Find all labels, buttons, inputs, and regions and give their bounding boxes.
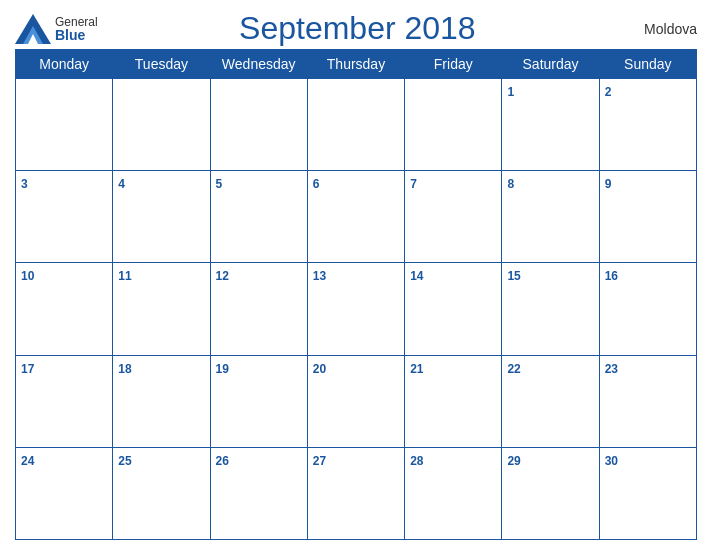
calendar-week-row: 12 [16, 79, 697, 171]
day-number: 5 [216, 177, 223, 191]
calendar-day-4: 4 [113, 171, 210, 263]
logo-general-label: General [55, 16, 98, 28]
calendar-day-24: 24 [16, 447, 113, 539]
calendar-day-17: 17 [16, 355, 113, 447]
calendar-empty-cell [113, 79, 210, 171]
calendar-day-18: 18 [113, 355, 210, 447]
logo-blue-label: Blue [55, 28, 98, 42]
day-number: 25 [118, 454, 131, 468]
day-number: 4 [118, 177, 125, 191]
calendar-day-7: 7 [405, 171, 502, 263]
day-number: 8 [507, 177, 514, 191]
day-number: 16 [605, 269, 618, 283]
calendar-day-3: 3 [16, 171, 113, 263]
calendar-day-12: 12 [210, 263, 307, 355]
calendar-week-row: 17181920212223 [16, 355, 697, 447]
calendar-day-19: 19 [210, 355, 307, 447]
weekday-header-tuesday: Tuesday [113, 50, 210, 79]
day-number: 6 [313, 177, 320, 191]
calendar-day-1: 1 [502, 79, 599, 171]
day-number: 21 [410, 362, 423, 376]
calendar-day-8: 8 [502, 171, 599, 263]
day-number: 12 [216, 269, 229, 283]
generalblue-icon [15, 14, 51, 44]
day-number: 28 [410, 454, 423, 468]
calendar-day-16: 16 [599, 263, 696, 355]
day-number: 17 [21, 362, 34, 376]
calendar-day-25: 25 [113, 447, 210, 539]
day-number: 3 [21, 177, 28, 191]
calendar-day-20: 20 [307, 355, 404, 447]
calendar-empty-cell [16, 79, 113, 171]
day-number: 15 [507, 269, 520, 283]
calendar-day-26: 26 [210, 447, 307, 539]
logo: General Blue [15, 14, 98, 44]
calendar-table: MondayTuesdayWednesdayThursdayFridaySatu… [15, 49, 697, 540]
day-number: 26 [216, 454, 229, 468]
calendar-week-row: 24252627282930 [16, 447, 697, 539]
calendar-empty-cell [307, 79, 404, 171]
calendar-day-13: 13 [307, 263, 404, 355]
calendar-day-11: 11 [113, 263, 210, 355]
calendar-week-row: 10111213141516 [16, 263, 697, 355]
day-number: 10 [21, 269, 34, 283]
day-number: 23 [605, 362, 618, 376]
calendar-day-6: 6 [307, 171, 404, 263]
calendar-day-5: 5 [210, 171, 307, 263]
calendar-day-2: 2 [599, 79, 696, 171]
weekday-header-thursday: Thursday [307, 50, 404, 79]
day-number: 27 [313, 454, 326, 468]
day-number: 29 [507, 454, 520, 468]
calendar-day-29: 29 [502, 447, 599, 539]
country-label: Moldova [617, 21, 697, 37]
calendar-week-row: 3456789 [16, 171, 697, 263]
weekday-header-monday: Monday [16, 50, 113, 79]
day-number: 2 [605, 85, 612, 99]
day-number: 7 [410, 177, 417, 191]
day-number: 14 [410, 269, 423, 283]
logo-text: General Blue [55, 16, 98, 42]
calendar-empty-cell [210, 79, 307, 171]
calendar-day-27: 27 [307, 447, 404, 539]
calendar-day-10: 10 [16, 263, 113, 355]
day-number: 13 [313, 269, 326, 283]
weekday-header-wednesday: Wednesday [210, 50, 307, 79]
day-number: 18 [118, 362, 131, 376]
day-number: 11 [118, 269, 131, 283]
calendar-day-21: 21 [405, 355, 502, 447]
day-number: 9 [605, 177, 612, 191]
day-number: 22 [507, 362, 520, 376]
day-number: 19 [216, 362, 229, 376]
calendar-day-23: 23 [599, 355, 696, 447]
calendar-day-22: 22 [502, 355, 599, 447]
calendar-title: September 2018 [98, 10, 617, 47]
day-number: 30 [605, 454, 618, 468]
weekday-header-sunday: Sunday [599, 50, 696, 79]
weekday-header-friday: Friday [405, 50, 502, 79]
top-bar: General Blue September 2018 Moldova [15, 10, 697, 47]
day-number: 20 [313, 362, 326, 376]
day-number: 24 [21, 454, 34, 468]
weekday-header-saturday: Saturday [502, 50, 599, 79]
calendar-day-15: 15 [502, 263, 599, 355]
calendar-day-30: 30 [599, 447, 696, 539]
weekday-header-row: MondayTuesdayWednesdayThursdayFridaySatu… [16, 50, 697, 79]
calendar-day-14: 14 [405, 263, 502, 355]
calendar-day-28: 28 [405, 447, 502, 539]
day-number: 1 [507, 85, 514, 99]
calendar-day-9: 9 [599, 171, 696, 263]
calendar-empty-cell [405, 79, 502, 171]
